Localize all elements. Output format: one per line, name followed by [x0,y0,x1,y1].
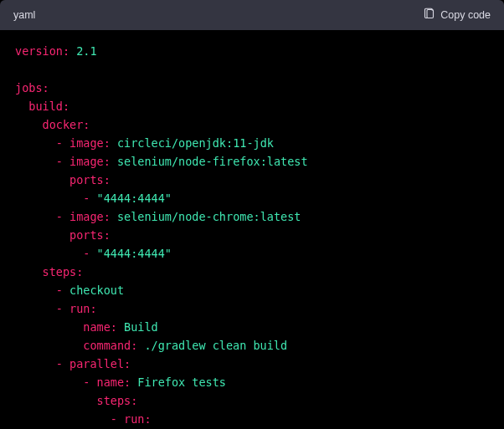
val-image-3: selenium/node-chrome:latest [111,210,301,223]
dash: - [111,412,124,426]
clipboard-icon [423,8,435,23]
dash: - [56,302,69,315]
val-name-build: Build [117,320,158,334]
val-checkout: checkout [69,283,124,297]
code-header: yaml Copy code [0,0,504,30]
dash: - [56,357,69,370]
key-name-build: name: [83,320,117,334]
language-label: yaml [13,9,35,21]
code-content: version: 2.1 jobs: build: docker: - imag… [0,30,504,429]
key-docker: docker: [43,118,90,131]
val-name-firefox: Firefox tests [131,375,226,389]
key-ports-1: ports: [69,173,111,186]
key-build: build: [28,100,69,113]
copy-code-label: Copy code [440,9,491,21]
key-steps: steps: [43,265,84,278]
val-port-2: "4444:4444" [97,247,172,260]
dash: - [83,247,96,260]
dash: - [56,283,69,297]
key-image-3: image: [69,210,111,223]
key-run: run: [69,302,97,315]
dash: - [56,210,69,223]
key-name-firefox: name: [97,375,131,389]
copy-code-button[interactable]: Copy code [423,8,491,23]
val-port-1: "4444:4444" [97,192,172,205]
dash: - [56,136,69,150]
dash: - [83,375,96,389]
key-run-inner: run: [124,412,152,426]
val-command: ./gradlew clean build [137,339,287,352]
key-image-1: image: [69,136,111,150]
key-image-2: image: [69,155,111,168]
svg-rect-0 [427,10,434,18]
key-ports-2: ports: [69,228,111,242]
val-image-1: circleci/openjdk:11-jdk [111,136,274,150]
key-version: version: [15,44,69,58]
code-block: yaml Copy code version: 2.1 jobs: build:… [0,0,504,429]
key-jobs: jobs: [15,81,49,94]
val-version: 2.1 [69,44,97,58]
key-steps-inner: steps: [97,394,138,407]
val-image-2: selenium/node-firefox:latest [111,155,308,168]
key-parallel: parallel: [69,357,131,370]
dash: - [83,192,96,205]
dash: - [56,155,69,168]
key-command: command: [83,339,137,352]
